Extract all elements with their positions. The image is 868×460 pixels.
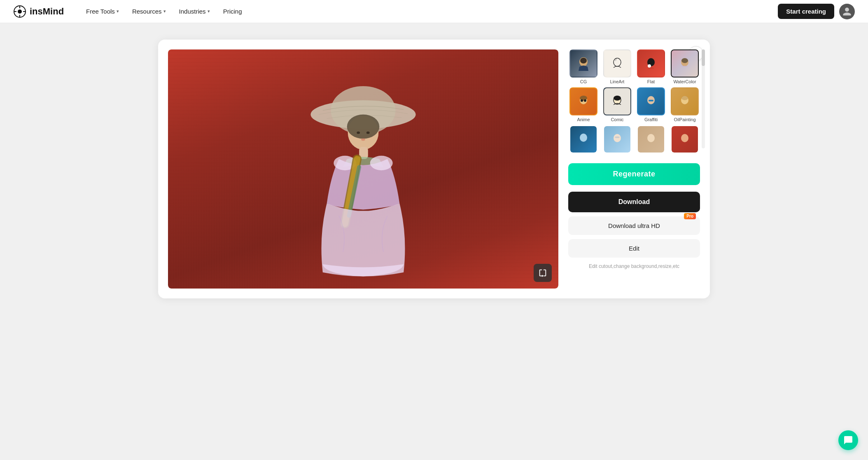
chevron-down-icon: ▾ [208,9,210,14]
style-thumb-row3-4 [671,125,699,153]
style-item-comic[interactable]: Comic [602,87,632,122]
chat-support-button[interactable] [838,430,858,450]
style-item-row3-2[interactable] [602,125,632,155]
edit-button[interactable]: Edit [568,239,700,258]
style-grid: CG LineArt [568,49,700,155]
nav-free-tools[interactable]: Free Tools ▾ [80,5,125,18]
style-label-graffiti: Graffiti [644,117,658,122]
style-item-row3-3[interactable] [636,125,666,155]
svg-point-9 [347,115,380,139]
style-item-flat[interactable]: Flat [636,49,666,84]
nav: Free Tools ▾ Resources ▾ Industries ▾ Pr… [80,5,778,18]
svg-point-20 [648,64,651,68]
nav-resources[interactable]: Resources ▾ [126,5,172,18]
chevron-down-icon: ▾ [163,9,166,14]
style-label-comic: Comic [611,117,623,122]
download-ultra-button[interactable]: Download ultra HD [568,216,700,235]
style-thumb-row3-3 [637,125,665,153]
svg-point-25 [581,99,583,102]
svg-point-10 [357,131,360,134]
style-item-row3-1[interactable] [568,125,599,155]
nav-pricing[interactable]: Pricing [217,5,248,18]
style-grid-container: CG LineArt [568,49,700,155]
svg-point-15 [370,156,393,170]
right-panel: × CG [568,49,700,289]
chat-icon [843,435,853,445]
svg-point-33 [580,134,587,142]
compare-button[interactable] [534,264,552,282]
compare-icon [538,268,547,277]
figure-illustration [281,62,446,289]
style-thumb-lineart [603,49,631,77]
style-thumb-flat [637,49,665,77]
svg-point-12 [361,138,365,141]
svg-point-17 [580,58,587,63]
scrollbar[interactable] [702,49,705,148]
download-ultra-wrapper: Download ultra HD Pro [568,216,700,239]
svg-point-32 [681,96,688,100]
style-item-graffiti[interactable]: Graffiti [636,87,666,122]
svg-point-37 [681,134,688,142]
svg-point-1 [18,9,22,14]
user-icon [842,7,852,16]
style-label-cg: CG [580,79,587,84]
style-thumb-row3-1 [569,125,597,153]
svg-point-36 [647,134,655,142]
logo-text: insMind [30,6,64,17]
style-thumb-graffiti [637,87,665,115]
style-item-watercolor[interactable]: WaterColor [670,49,700,84]
edit-hint: Edit cutout,change background,resize,etc [568,263,700,269]
style-thumb-oilpainting [671,87,699,115]
svg-rect-35 [615,136,620,138]
main-content: × CG [0,23,868,460]
svg-point-18 [614,58,621,66]
svg-point-26 [584,99,586,102]
style-item-cg[interactable]: CG [568,49,599,84]
style-item-oilpainting[interactable]: OilPainting [670,87,700,122]
style-label-oilpainting: OilPainting [674,117,695,122]
pro-badge: Pro [684,213,696,219]
style-item-lineart[interactable]: LineArt [602,49,632,84]
logo-icon [13,5,26,18]
style-thumb-anime [569,87,597,115]
scrollbar-thumb [702,49,705,66]
style-thumb-row3-2 [603,125,631,153]
start-creating-button[interactable]: Start creating [778,4,834,19]
style-thumb-watercolor [671,49,699,77]
style-thumb-comic [603,87,631,115]
style-label-anime: Anime [577,117,590,122]
style-thumb-cg [569,49,597,77]
svg-point-28 [614,96,621,101]
nav-industries[interactable]: Industries ▾ [173,5,216,18]
download-button[interactable]: Download [568,192,700,212]
svg-rect-30 [649,100,653,101]
svg-point-11 [366,131,370,134]
style-item-anime[interactable]: Anime [568,87,599,122]
style-label-lineart: LineArt [610,79,625,84]
header-actions: Start creating [778,4,855,19]
header: insMind Free Tools ▾ Resources ▾ Industr… [0,0,868,23]
result-card: × CG [158,40,710,298]
regenerate-button[interactable]: Regenerate [568,163,700,185]
svg-point-22 [681,58,688,63]
image-area [168,49,558,289]
chevron-down-icon: ▾ [117,9,119,14]
style-item-row3-4[interactable] [670,125,700,155]
user-avatar[interactable] [839,4,855,19]
logo[interactable]: insMind [13,5,64,18]
style-label-flat: Flat [647,79,655,84]
style-label-watercolor: WaterColor [673,79,696,84]
generated-image [168,49,558,289]
